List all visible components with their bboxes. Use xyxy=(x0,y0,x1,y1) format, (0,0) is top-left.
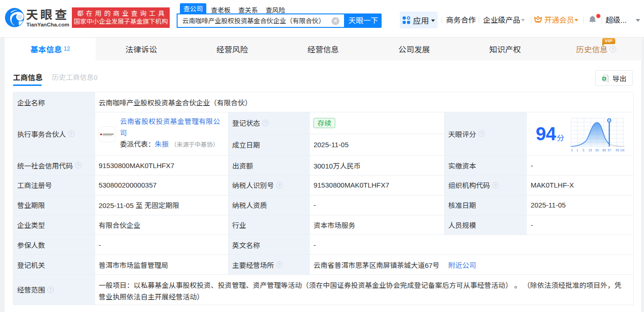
svg-text:85: 85 xyxy=(602,149,606,152)
svg-text:3: 3 xyxy=(582,149,584,152)
svg-text:99: 99 xyxy=(616,149,619,152)
svg-text:0: 0 xyxy=(571,149,573,152)
svg-text:100: 100 xyxy=(620,149,625,152)
svg-text:97: 97 xyxy=(608,149,612,152)
svg-text:50: 50 xyxy=(595,149,599,152)
svg-text:15: 15 xyxy=(588,149,592,152)
svg-text:1: 1 xyxy=(576,149,578,152)
